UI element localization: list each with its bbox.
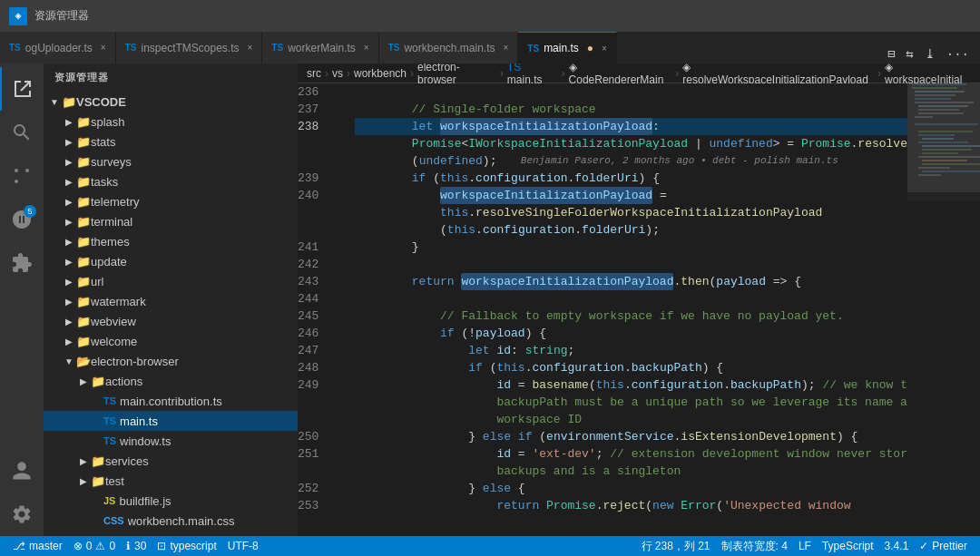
status-language-mode[interactable]: TypeScript (817, 536, 879, 556)
split-editor-icon[interactable]: ⊟ (884, 44, 898, 63)
activity-icon-extensions[interactable] (0, 241, 44, 285)
tree-item-terminal[interactable]: ▶ 📁 terminal (44, 211, 298, 231)
status-line-ending[interactable]: LF (793, 536, 817, 556)
status-row-col[interactable]: 行 238，列 21 (636, 536, 716, 556)
activity-icon-explorer[interactable] (0, 67, 44, 111)
tree-item-watermark[interactable]: ▶ 📁 watermark (44, 291, 298, 311)
tab-loguploader[interactable]: TS ogUploader.ts × (0, 32, 116, 63)
tree-item-main-ts[interactable]: TS main.ts (44, 411, 298, 431)
tree-item-welcome[interactable]: ▶ 📁 welcome (44, 331, 298, 351)
status-encoding[interactable]: UTF-8 (222, 536, 264, 556)
status-errors[interactable]: ⊗ 0 ⚠ 0 (68, 536, 121, 556)
activity-bar: 5 (0, 63, 44, 536)
line-num-237: 237 (298, 101, 333, 118)
tab-inspect-label: inspectTMScopes.ts (141, 42, 239, 54)
code-line-239: if (this.configuration.folderUri) { (355, 170, 907, 187)
breadcrumb-workspace[interactable]: ◈ workspaceInitial (885, 63, 971, 86)
tree-item-buildfile-js[interactable]: JS buildfile.js (44, 491, 298, 511)
status-ts-version[interactable]: 3.4.1 (879, 536, 915, 556)
code-line-238b: Promise<IWorkspaceInitializationPayload … (355, 135, 907, 152)
folder-icon: 📁 (76, 271, 91, 291)
chevron-right-icon: ▶ (76, 471, 91, 491)
tree-item-webview[interactable]: ▶ 📁 webview (44, 311, 298, 331)
tree-item-url[interactable]: ▶ 📁 url (44, 271, 298, 291)
status-info[interactable]: ℹ 30 (121, 536, 152, 556)
more-tabs-icon[interactable]: ⇆ (902, 44, 916, 63)
tree-item-stats[interactable]: ▶ 📁 stats (44, 132, 298, 151)
tab-loguploader-close[interactable]: × (101, 43, 106, 53)
activity-icon-git[interactable] (0, 154, 44, 198)
status-git-branch[interactable]: ⎇ master (7, 536, 68, 556)
tree-item-telemetry[interactable]: ▶ 📁 telemetry (44, 191, 298, 211)
minimap (907, 83, 980, 536)
tree-item-main-contribution[interactable]: TS main.contribution.ts (44, 391, 298, 411)
status-prettier[interactable]: ✓ Prettier (914, 536, 973, 556)
tree-item-services[interactable]: ▶ 📁 services (44, 451, 298, 471)
folder-icon: 📁 (76, 112, 91, 132)
tree-item-splash[interactable]: ▶ 📁 splash (44, 112, 298, 132)
tree-item-window-ts[interactable]: TS window.ts (44, 431, 298, 451)
no-arrow (89, 491, 103, 511)
tree-item-vscode[interactable]: ▼ 📁 VSCODE (44, 92, 298, 112)
line-num-252: 252 (298, 480, 333, 497)
tree-item-update[interactable]: ▶ 📁 update (44, 251, 298, 271)
splash-label: splash (91, 115, 298, 129)
tab-inspect-close[interactable]: × (248, 43, 253, 53)
webview-label: webview (91, 315, 298, 328)
tab-maints-close[interactable]: × (602, 44, 607, 54)
breadcrumb-sep2: › (347, 67, 350, 80)
sidebar-root: ▼ 📁 VSCODE ▶ 📁 splash ▶ 📁 stats (44, 92, 298, 536)
tab-workermain-label: workerMain.ts (288, 42, 356, 54)
chevron-right-icon: ▶ (62, 171, 76, 191)
tree-item-tasks[interactable]: ▶ 📁 tasks (44, 171, 298, 191)
ellipsis-icon[interactable]: ··· (943, 45, 973, 63)
line-num-240b (298, 204, 333, 221)
code-line-253: return Promise.reject(new Error('Unexpec… (355, 497, 907, 514)
code-line-243: return workspaceInitializationPayload.th… (355, 273, 907, 290)
tab-maints-modified: ● (587, 42, 593, 54)
code-scroll[interactable]: 236 237 238 239 240 241 242 243 (298, 83, 907, 536)
tab-workermain-close[interactable]: × (364, 43, 369, 53)
breadcrumb-src[interactable]: src (307, 67, 321, 80)
tree-item-surveys[interactable]: ▶ 📁 surveys (44, 151, 298, 171)
breadcrumb-coderenderer[interactable]: ◈ CodeRendererMain (569, 63, 672, 86)
tree-item-electron-browser[interactable]: ▼ 📂 electron-browser (44, 351, 298, 371)
main-ts-label: main.ts (120, 415, 298, 428)
activity-icon-account[interactable] (0, 449, 44, 493)
chevron-down-icon: ▼ (62, 351, 76, 371)
no-arrow (89, 411, 103, 431)
chevron-right-icon: ▶ (76, 371, 91, 391)
tab-workbenchmain-close[interactable]: × (504, 43, 509, 53)
breadcrumb-workbench[interactable]: workbench (354, 67, 407, 80)
folder-icon: 📁 (91, 451, 105, 471)
tree-item-test[interactable]: ▶ 📁 test (44, 471, 298, 491)
tree-item-themes[interactable]: ▶ 📁 themes (44, 231, 298, 251)
no-arrow (89, 431, 103, 451)
status-tab-size[interactable]: 制表符宽度: 4 (716, 536, 793, 556)
status-language-file[interactable]: ⊡ typescript (152, 536, 221, 556)
activity-icon-search[interactable] (0, 111, 44, 154)
git-branch-icon: ⎇ (13, 540, 25, 552)
activity-icon-settings[interactable] (0, 493, 44, 536)
tab-workbenchmain[interactable]: TS workbench.main.ts × (379, 32, 519, 63)
breadcrumb-resolve[interactable]: ◈ resolveWorkspaceInitializationPayload (682, 63, 874, 86)
code-line-238c: (undefined); Benjamin Pasero, 2 months a… (355, 152, 907, 170)
collapse-icon[interactable]: ⤓ (921, 44, 939, 63)
tab-inspect[interactable]: TS inspectTMScopes.ts × (116, 32, 263, 63)
buildfile-js-label: buildfile.js (119, 494, 298, 508)
tab-workermain[interactable]: TS workerMain.ts × (262, 32, 378, 63)
activity-icon-debug[interactable]: 5 (0, 198, 44, 241)
prettier-icon: ✓ (919, 540, 928, 552)
breadcrumb-maints[interactable]: TS main.ts (507, 63, 558, 86)
status-line-ending-label: LF (799, 540, 811, 552)
code-line-251b: backups and is a singleton (355, 463, 907, 480)
tree-item-workbench-main-css[interactable]: CSS workbench.main.css (44, 511, 298, 531)
tab-maints[interactable]: TS main.ts ● × (518, 32, 617, 63)
breadcrumb-vs[interactable]: vs (332, 67, 343, 80)
line-num-253: 253 (298, 497, 333, 514)
code-lines[interactable]: // Single-folder workspace let workspace… (348, 83, 907, 536)
breadcrumb-electron[interactable]: electron-browser (417, 63, 496, 86)
no-arrow (89, 391, 103, 411)
tree-item-actions[interactable]: ▶ 📁 actions (44, 371, 298, 391)
status-tab-size-label: 制表符宽度: 4 (721, 539, 788, 554)
